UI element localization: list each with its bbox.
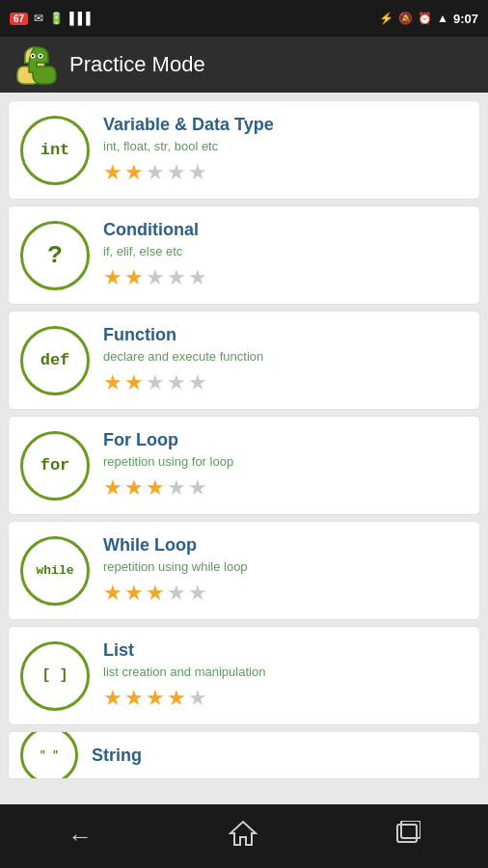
forloop-title: For Loop [103, 430, 233, 450]
string-title: String [92, 746, 142, 766]
bluetooth-icon: ⚡ [379, 12, 393, 25]
star-1: ★ [103, 581, 122, 606]
star-2: ★ [124, 370, 144, 395]
star-5: ★ [188, 475, 207, 501]
content-area[interactable]: int Variable & Data Type int, float, str… [0, 93, 488, 804]
whileloop-icon-circle: while [20, 536, 90, 606]
star-5: ★ [188, 686, 207, 711]
star-2: ★ [124, 581, 144, 606]
recents-button[interactable] [393, 821, 420, 853]
python-logo [15, 43, 58, 86]
star-1: ★ [103, 475, 122, 501]
back-button[interactable]: ← [68, 822, 93, 852]
variable-icon-label: int [41, 141, 70, 159]
function-icon-circle: def [20, 326, 90, 395]
star-3: ★ [146, 581, 165, 606]
star-4: ★ [167, 160, 186, 185]
list-stars: ★ ★ ★ ★ ★ [103, 686, 265, 711]
conditional-subtitle: if, elif, else etc [103, 244, 207, 258]
conditional-title: Conditional [103, 220, 207, 240]
svg-point-3 [32, 55, 34, 57]
star-3: ★ [146, 160, 165, 185]
topic-card-variable[interactable]: int Variable & Data Type int, float, str… [8, 100, 480, 200]
star-4: ★ [167, 475, 186, 501]
star-5: ★ [188, 265, 207, 290]
svg-marker-5 [230, 822, 256, 845]
list-subtitle: list creation and manipulation [103, 665, 265, 679]
app-header: Practice Mode [0, 37, 488, 93]
forloop-icon-circle: for [20, 431, 90, 501]
forloop-subtitle: repetition using for loop [103, 454, 233, 469]
variable-icon-circle: int [20, 116, 90, 185]
topic-card-function[interactable]: def Function declare and execute functio… [8, 311, 480, 410]
function-stars: ★ ★ ★ ★ ★ [103, 370, 263, 395]
topic-card-whileloop[interactable]: while While Loop repetition using while … [8, 521, 480, 620]
star-1: ★ [103, 265, 122, 290]
star-3: ★ [146, 265, 165, 290]
variable-info: Variable & Data Type int, float, str, bo… [103, 115, 274, 185]
list-info: List list creation and manipulation ★ ★ … [103, 640, 265, 711]
app-title: Practice Mode [69, 52, 205, 77]
status-bar-right: ⚡ 🔕 ⏰ ▲ 9:07 [379, 12, 478, 26]
whileloop-info: While Loop repetition using while loop ★… [103, 535, 248, 606]
forloop-info: For Loop repetition using for loop ★ ★ ★… [103, 430, 233, 501]
star-3: ★ [146, 475, 165, 501]
star-2: ★ [124, 686, 144, 711]
topic-card-forloop[interactable]: for For Loop repetition using for loop ★… [8, 416, 480, 515]
home-button[interactable] [229, 820, 258, 854]
star-4: ★ [167, 265, 186, 290]
conditional-icon-circle: ? [20, 221, 90, 290]
topic-card-list[interactable]: [ ] List list creation and manipulation … [8, 626, 480, 725]
star-3: ★ [146, 370, 165, 395]
bottom-navigation: ← [0, 804, 488, 868]
function-info: Function declare and execute function ★ … [103, 325, 263, 395]
list-icon-circle: [ ] [20, 641, 90, 711]
star-5: ★ [188, 160, 207, 185]
whileloop-title: While Loop [103, 535, 248, 556]
variable-stars: ★ ★ ★ ★ ★ [103, 160, 274, 185]
list-title: List [103, 640, 265, 661]
conditional-icon-label: ? [47, 241, 63, 270]
conditional-stars: ★ ★ ★ ★ ★ [103, 265, 207, 290]
function-title: Function [103, 325, 263, 345]
star-5: ★ [188, 581, 207, 606]
mail-icon: ✉ [34, 12, 43, 25]
status-bar-left: 67 ✉ 🔋 ▌▌▌ [10, 12, 95, 25]
string-icon-circle: " " [20, 731, 78, 779]
whileloop-stars: ★ ★ ★ ★ ★ [103, 581, 248, 606]
star-1: ★ [103, 160, 122, 185]
variable-subtitle: int, float, str, bool etc [103, 139, 274, 153]
signal-icon: ▌▌▌ [69, 12, 95, 25]
mute-icon: 🔕 [398, 12, 413, 25]
alarm-icon: ⏰ [418, 12, 432, 25]
wifi-icon: ▲ [437, 12, 448, 25]
string-info: String [92, 746, 142, 766]
forloop-stars: ★ ★ ★ ★ ★ [103, 475, 233, 501]
star-3: ★ [146, 686, 165, 711]
notification-badge: 67 [10, 13, 28, 25]
star-2: ★ [124, 160, 144, 185]
star-5: ★ [188, 370, 207, 395]
star-4: ★ [167, 370, 186, 395]
star-2: ★ [124, 475, 144, 501]
whileloop-subtitle: repetition using while loop [103, 559, 248, 574]
string-icon-label: " " [40, 749, 59, 761]
star-4: ★ [167, 686, 186, 711]
topic-card-string-partial[interactable]: " " String [8, 731, 480, 779]
star-4: ★ [167, 581, 186, 606]
star-1: ★ [103, 686, 122, 711]
forloop-icon-label: for [41, 456, 70, 475]
status-bar: 67 ✉ 🔋 ▌▌▌ ⚡ 🔕 ⏰ ▲ 9:07 [0, 0, 488, 37]
svg-point-4 [40, 55, 41, 57]
conditional-info: Conditional if, elif, else etc ★ ★ ★ ★ ★ [103, 220, 207, 290]
function-subtitle: declare and execute function [103, 349, 263, 364]
topic-card-conditional[interactable]: ? Conditional if, elif, else etc ★ ★ ★ ★… [8, 205, 480, 305]
battery-status-icon: 🔋 [49, 12, 64, 25]
whileloop-icon-label: while [36, 563, 73, 578]
star-1: ★ [103, 370, 122, 395]
list-icon-label: [ ] [41, 667, 68, 684]
star-2: ★ [124, 265, 144, 290]
function-icon-label: def [41, 351, 70, 369]
variable-title: Variable & Data Type [103, 115, 274, 135]
time-display: 9:07 [453, 12, 478, 26]
